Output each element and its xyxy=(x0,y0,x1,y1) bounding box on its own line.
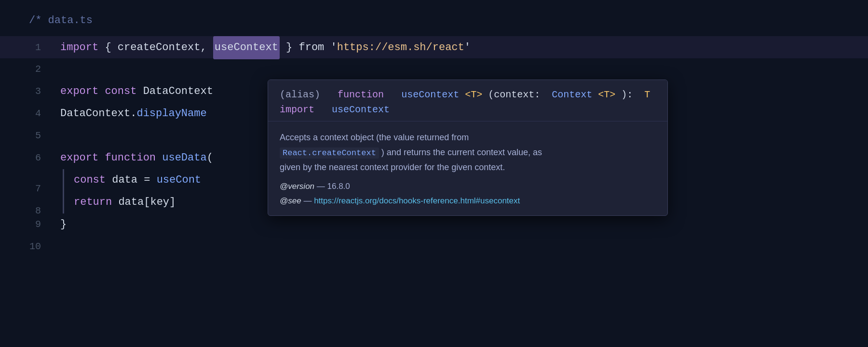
code-line-2: 2 xyxy=(0,58,868,80)
sig-function-kw: function xyxy=(338,89,384,100)
line1-content: import { createContext, useContext } fro… xyxy=(60,36,471,59)
token-return: return xyxy=(74,191,112,214)
code-area[interactable]: 1 import { createContext, useContext } f… xyxy=(0,36,868,258)
tooltip-sig-line2: import useContext xyxy=(280,104,656,115)
line7-content: const data = useCont xyxy=(60,169,201,191)
tooltip-body: Accepts a context object (the value retu… xyxy=(268,121,667,215)
fn-indent-bar-8 xyxy=(63,191,64,214)
token-quote2: ' xyxy=(464,37,471,59)
tooltip-sig-line1: (alias) function useContext <T> (context… xyxy=(280,88,656,102)
token-usecontext: useContext xyxy=(213,36,280,59)
code-line-1: 1 import { createContext, useContext } f… xyxy=(0,36,868,58)
token-import: import xyxy=(60,37,98,59)
token-displayname: displayName xyxy=(136,103,206,125)
line-num-7: 7 xyxy=(14,178,41,200)
tooltip-signature: (alias) function useContext <T> (context… xyxy=(268,80,667,121)
token-usecont: useCont xyxy=(157,169,201,191)
line-num-5: 5 xyxy=(14,125,41,147)
line-num-10: 10 xyxy=(14,236,41,258)
tooltip-version: @version — 16.8.0 xyxy=(280,182,656,191)
line4-content: DataContext. displayName xyxy=(60,103,207,125)
token-export-3: export xyxy=(60,80,98,103)
token-from: from xyxy=(299,37,325,59)
token-brace-close: } xyxy=(280,37,299,59)
sig-import-kw: import xyxy=(280,104,314,115)
tooltip-popup: (alias) function useContext <T> (context… xyxy=(268,80,668,216)
token-const-3: const xyxy=(105,80,136,103)
token-url: https://esm.sh/react xyxy=(337,37,464,59)
tooltip-desc: Accepts a context object (the value retu… xyxy=(280,130,656,175)
tooltip-see-link[interactable]: https://reactjs.org/docs/hooks-reference… xyxy=(314,196,520,205)
line-num-2: 2 xyxy=(14,58,41,80)
sig-import-name: useContext xyxy=(332,104,390,115)
code-line-10: 10 xyxy=(0,236,868,258)
line3-content: export const DataContext xyxy=(60,80,213,103)
token-brace-open: { createContext, xyxy=(98,37,213,59)
editor: /* data.ts 1 import { createContext, use… xyxy=(0,0,868,347)
token-function-6: function xyxy=(105,147,156,169)
code-line-9: 9 } xyxy=(0,214,868,236)
token-export-6: export xyxy=(60,147,98,169)
tooltip-code-inline: React.createContext xyxy=(280,147,379,159)
line-num-1: 1 xyxy=(14,37,41,59)
line6-content: export function useData ( xyxy=(60,147,213,169)
token-usedata: useData xyxy=(162,147,206,169)
token-const-7: const xyxy=(74,169,106,191)
line-num-9: 9 xyxy=(14,214,41,236)
sig-alias: (alias) xyxy=(280,89,320,100)
line-num-3: 3 xyxy=(14,80,41,103)
file-comment: /* data.ts xyxy=(29,14,868,27)
fn-indent-bar-7 xyxy=(63,169,64,191)
line8-content: return data[key] xyxy=(60,191,176,214)
token-quote1: ' xyxy=(324,37,337,59)
sig-fn-name: useContext xyxy=(401,89,459,100)
line9-content: } xyxy=(60,214,67,236)
line-num-6: 6 xyxy=(14,147,41,169)
line-num-4: 4 xyxy=(14,103,41,125)
tooltip-see: @see — https://reactjs.org/docs/hooks-re… xyxy=(280,196,656,206)
